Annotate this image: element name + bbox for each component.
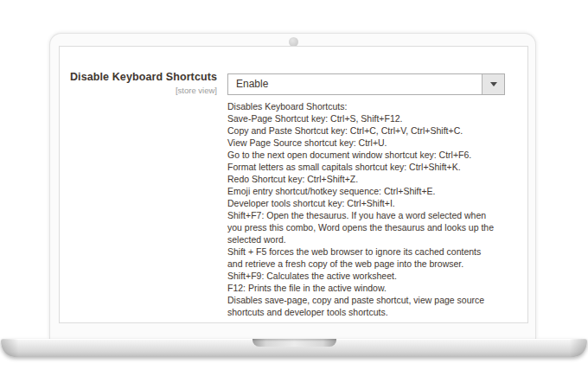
field-scope-label: [store view] (60, 86, 217, 95)
help-text-line: F12: Prints the file in the active windo… (227, 282, 521, 294)
help-text-line: Shift + F5 forces the web browser to ign… (227, 246, 521, 258)
help-text-line: Format letters as small capitals shortcu… (227, 161, 521, 173)
field-label: Disable Keyboard Shortcuts (60, 71, 217, 83)
select-value: Enable (236, 74, 268, 94)
page-root: Disable Keyboard Shortcuts [store view] … (0, 0, 588, 389)
help-text-line: and retrieve a fresh copy of the web pag… (227, 258, 521, 270)
help-text-line: you press this combo, Word opens the the… (227, 221, 521, 233)
help-text-line: View Page Source shortcut key: Ctrl+U. (227, 137, 521, 149)
help-text-line: Emoji entry shortcut/hotkey sequence: Ct… (227, 185, 521, 197)
disable-shortcuts-select[interactable]: Enable (227, 73, 505, 95)
laptop-base-notch (252, 339, 336, 347)
help-text-line: Disables save-page, copy and paste short… (227, 294, 521, 306)
help-text-line: Developer tools shortcut key: Ctrl+Shift… (227, 197, 521, 209)
settings-field-row: Disable Keyboard Shortcuts [store view] … (60, 47, 527, 322)
field-label-column: Disable Keyboard Shortcuts [store view] (60, 71, 217, 95)
help-text-line: Shift+F7: Open the thesaurus. If you hav… (227, 209, 521, 221)
help-text-line: shortcuts and developer tools shortcuts. (227, 306, 521, 318)
help-text-line: Go to the next open document window shor… (227, 149, 521, 161)
screen-content: Disable Keyboard Shortcuts [store view] … (59, 46, 528, 323)
help-text-line: Save-Page Shortcut key: Ctrl+S, Shift+F1… (227, 112, 521, 124)
help-text-line: Disables Keyboard Shortcuts: (227, 100, 521, 112)
triangle-glyph (490, 82, 497, 86)
chevron-down-icon[interactable] (482, 74, 504, 94)
help-text-line: Copy and Paste Shortcut key: Ctrl+C, Ctr… (227, 124, 521, 137)
help-text-line: Redo Shortcut key: Ctrl+Shift+Z. (227, 173, 521, 185)
help-text-line: Shift+F9: Calculates the active workshee… (227, 270, 521, 282)
laptop-base (1, 339, 587, 357)
help-text-line: selected word. (227, 233, 521, 246)
laptop-screen: Disable Keyboard Shortcuts [store view] … (49, 33, 536, 339)
field-help-text: Disables Keyboard Shortcuts:Save-Page Sh… (227, 100, 521, 318)
